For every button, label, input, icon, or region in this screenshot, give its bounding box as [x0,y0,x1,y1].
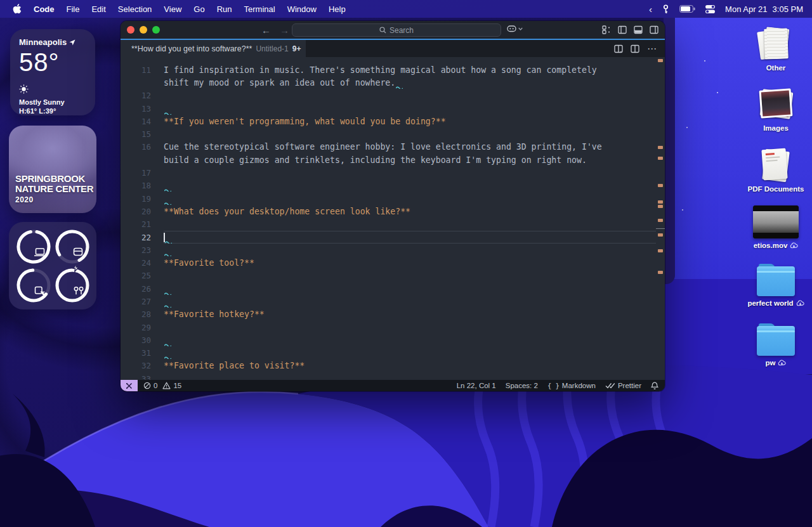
warning-count: 15 [173,382,181,389]
desktop-folder-perfect-world[interactable]: perfect world [741,266,811,307]
editor-row[interactable]: 22 [121,231,656,244]
desktop-stack-images[interactable]: Images [741,87,811,132]
editor-row[interactable]: 27 [121,295,656,308]
cursor-position-status[interactable]: Ln 22, Col 1 [457,382,496,389]
language-mode-status[interactable]: { }Markdown [547,382,596,389]
editor-row[interactable]: 26 [121,282,656,295]
editor-row[interactable]: 19 [121,192,656,205]
editor-row[interactable]: 12 [121,89,656,102]
problems-status[interactable]: 0 15 [143,382,181,389]
command-center-search[interactable]: Search [292,23,501,37]
menubar-date[interactable]: Mon Apr 21 [725,4,768,14]
minimize-button[interactable] [140,26,147,34]
sun-icon [19,84,86,96]
code-line [164,270,656,282]
editor-row[interactable]: 18 [121,179,656,192]
editor-row[interactable]: 25 [121,270,656,282]
close-button[interactable] [127,26,134,34]
editor-row[interactable]: 21 [121,218,656,231]
code-line [164,334,656,346]
wallpaper-star [686,127,688,128]
menu-app-name[interactable]: Code [34,4,55,14]
menubar-collapse-icon[interactable]: ‹ [649,4,652,15]
menu-file[interactable]: File [67,4,80,14]
menu-selection[interactable]: Selection [118,4,152,14]
battery-icon[interactable] [679,5,695,13]
copilot-button[interactable] [506,24,523,34]
editor-row[interactable]: 14**If you weren't programming, what wou… [121,115,656,127]
battery-ring-airpods[interactable] [54,267,91,304]
ruler-warning-marker [658,249,663,252]
navigate-back-icon[interactable]: ← [261,25,271,36]
weather-widget[interactable]: Minneapolis 58° Mostly Sunny H:61° L:39° [10,29,95,115]
line-number: 20 [121,207,151,216]
formatter-status[interactable]: Prettier [605,382,641,389]
weather-high-low: H:61° L:39° [19,107,86,115]
editor-row[interactable]: shift my mood or spark an idea out of no… [121,76,656,89]
battery-ring-macbook[interactable] [15,228,52,265]
error-count: 0 [154,382,157,389]
weather-temperature: 58° [19,48,86,77]
notifications-bell-icon[interactable] [651,382,658,390]
apple-menu-icon[interactable] [13,4,22,14]
ruler-warning-marker [658,184,663,187]
toggle-secondary-sidebar-icon[interactable] [650,25,658,34]
editor-row[interactable]: 33 [121,372,656,380]
customize-layout-icon[interactable] [602,25,611,34]
editor-row[interactable]: 30 [121,334,656,346]
menubar-clock[interactable]: 3:05 PM [773,4,803,14]
editor-row[interactable]: 15 [121,127,656,140]
desktop-stack-pdf-documents[interactable]: PDF Documents [741,148,811,193]
split-editor-down-icon[interactable] [614,44,623,53]
overview-ruler[interactable] [656,57,665,380]
menu-run[interactable]: Run [217,4,232,14]
editor-row[interactable]: 24**Favorite tool?** [121,256,656,269]
ruler-warning-marker [658,200,663,204]
photo-caption-year: 2020 [15,196,93,204]
editor-area[interactable]: 11I find inspiration in music. There's s… [121,57,665,380]
folder-icon [757,326,795,356]
batteries-widget[interactable] [9,222,96,309]
maximize-button[interactable] [152,26,160,34]
editor-row[interactable]: 17 [121,166,656,179]
editor-row[interactable]: 28**Favorite hotkey?** [121,308,656,321]
menu-edit[interactable]: Edit [91,4,105,14]
menu-window[interactable]: Window [287,4,317,14]
editor-row[interactable]: build a couple gizmos and trinklets, inc… [121,153,656,166]
editor-row[interactable]: 13 [121,102,656,115]
line-number: 18 [121,181,151,190]
menu-go[interactable]: Go [193,4,204,14]
navigate-forward-icon[interactable]: → [280,25,289,36]
split-editor-icon[interactable] [631,44,639,53]
indentation-status[interactable]: Spaces: 2 [506,382,538,389]
code-line [164,231,656,244]
menu-terminal[interactable]: Terminal [244,4,275,14]
desktop-folder-pw[interactable]: pw [741,326,811,367]
more-actions-icon[interactable]: ⋯ [647,43,657,55]
line-number: 23 [121,245,151,255]
menu-view[interactable]: View [164,4,181,14]
editor-lines: 11I find inspiration in music. There's s… [121,63,656,380]
editor-row[interactable]: 29 [121,321,656,334]
ruler-warning-marker [658,219,663,222]
control-center-icon[interactable] [705,5,715,13]
editor-row[interactable]: 11I find inspiration in music. There's s… [121,63,656,76]
menu-help[interactable]: Help [329,4,346,14]
desktop-file-etios-mov[interactable]: etios.mov [741,205,811,249]
battery-ring-trackpad[interactable] [15,267,52,304]
editor-row[interactable]: 32**Favorite place to visit?** [121,360,656,372]
toggle-primary-sidebar-icon[interactable] [618,25,627,34]
password-key-icon[interactable] [662,4,669,14]
remote-indicator[interactable] [121,380,138,391]
editor-row[interactable]: 31 [121,347,656,360]
editor-row[interactable]: 23 [121,244,656,256]
tab-untitled-1[interactable]: **How did you get into software?** Untit… [121,40,306,57]
ruler-warning-marker [658,233,663,237]
desktop-stack-other[interactable]: Other [741,27,811,72]
toggle-panel-icon[interactable] [634,25,643,34]
battery-ring-airpods-case[interactable] [54,228,91,265]
editor-row[interactable]: 20**What does your desktop/home screen l… [121,205,656,218]
editor-row[interactable]: 16Cue the stereotypical software enginee… [121,141,656,153]
photos-widget[interactable]: SPRINGBROOK NATURE CENTER 2020 [9,126,96,213]
status-bar: 0 15 Ln 22, Col 1 Spaces: 2 { }Markdown … [121,380,665,391]
